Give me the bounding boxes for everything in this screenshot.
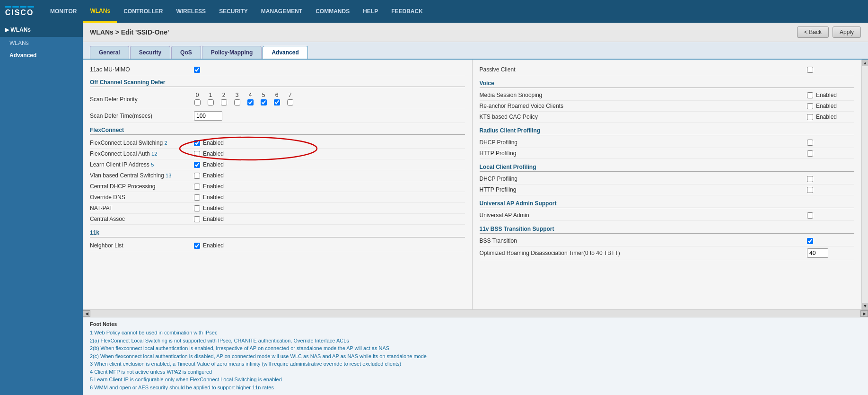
nav-management[interactable]: MANAGEMENT	[254, 0, 309, 23]
radius-http-checkbox[interactable]	[807, 150, 813, 157]
fc-local-switching-checkbox[interactable]	[194, 140, 200, 146]
nat-pat-checkbox[interactable]	[194, 205, 200, 211]
priority-checkboxes	[194, 99, 293, 107]
bss-transition-header: 11v BSS Transition Support	[480, 226, 855, 234]
tab-qos[interactable]: QoS	[171, 46, 201, 59]
reanchor-value: Enabled	[807, 103, 854, 109]
tab-security[interactable]: Security	[130, 46, 170, 59]
passive-client-checkbox[interactable]	[807, 67, 813, 73]
action-buttons: < Back Apply	[797, 26, 861, 38]
priority-chk-0[interactable]	[194, 99, 201, 105]
apply-button[interactable]: Apply	[833, 26, 861, 38]
vlan-central-label: Vlan based Central Switching 13	[90, 172, 194, 179]
radius-http-value	[807, 150, 854, 157]
footer-note-3: 3 When client exclusion is enabled, a Ti…	[90, 360, 861, 368]
footer: Foot Notes 1 Web Policy cannot be used i…	[83, 317, 868, 395]
priority-chk-4[interactable]	[247, 99, 254, 105]
local-profiling-header: Local Client Profiling	[480, 164, 855, 172]
override-dns-checkbox[interactable]	[194, 194, 200, 201]
learn-client-ip-footnote[interactable]: 5	[151, 162, 154, 167]
footer-note-4: 4 Client MFP is not active unless WPA2 i…	[90, 368, 861, 376]
tab-policy-mapping[interactable]: Policy-Mapping	[202, 46, 262, 59]
universal-ap-label: Universal AP Admin	[480, 212, 807, 219]
scan-defer-priority-label: Scan Defer Priority	[90, 96, 194, 103]
breadcrumb-row: WLANs > Edit 'SSID-One' < Back Apply	[83, 23, 868, 42]
footer-note-6: 6 WMM and open or AES security should be…	[90, 384, 861, 392]
tab-advanced[interactable]: Advanced	[263, 46, 307, 59]
nav-help[interactable]: HELP	[356, 0, 385, 23]
override-dns-row: Override DNS Enabled	[90, 192, 465, 203]
kts-cac-checkbox[interactable]	[807, 114, 813, 120]
sidebar-wlans-header[interactable]: ▶ WLANs	[0, 23, 83, 37]
tab-general[interactable]: General	[90, 46, 129, 59]
cisco-logo: CISCO	[5, 6, 34, 17]
scan-defer-time-input[interactable]	[194, 111, 222, 121]
local-dhcp-label: DHCP Profiling	[480, 176, 807, 182]
vlan-central-row: Vlan based Central Switching 13 Enabled	[90, 170, 465, 181]
fc-local-auth-footnote[interactable]: 12	[151, 151, 157, 157]
learn-client-ip-checkbox[interactable]	[194, 162, 200, 168]
nav-controller[interactable]: CONTROLLER	[117, 0, 169, 23]
back-button[interactable]: < Back	[797, 26, 829, 38]
nav-commands[interactable]: COMMANDS	[309, 0, 356, 23]
universal-ap-value	[807, 212, 854, 219]
horizontal-scrollbar[interactable]: ◀ ▶	[83, 309, 868, 317]
fc-local-auth-checkbox[interactable]	[194, 151, 200, 157]
kts-cac-value: Enabled	[807, 114, 854, 120]
central-dhcp-value: Enabled	[194, 183, 224, 190]
nav-security[interactable]: SECURITY	[212, 0, 254, 23]
nav-wireless[interactable]: WIRELESS	[169, 0, 212, 23]
radius-profiling-header: Radius Client Profiling	[480, 127, 855, 135]
learn-client-ip-value: Enabled	[194, 161, 224, 168]
nav-monitor[interactable]: MONITOR	[44, 0, 83, 23]
bss-transition-checkbox[interactable]	[807, 238, 813, 244]
sidebar-item-wlans[interactable]: WLANs	[0, 37, 83, 49]
nav-items: MONITOR WLANs CONTROLLER WIRELESS SECURI…	[44, 0, 430, 23]
fc-local-switching-value: Enabled	[194, 140, 224, 146]
central-assoc-label: Central Assoc	[90, 216, 194, 222]
neighbor-list-row: Neighbor List Enabled	[90, 240, 465, 251]
priority-chk-6[interactable]	[274, 99, 280, 105]
opt-roaming-input[interactable]	[807, 248, 828, 258]
sidebar-item-advanced[interactable]: Advanced	[0, 49, 83, 61]
passive-client-label: Passive Client	[480, 66, 807, 73]
kts-cac-row: KTS based CAC Policy Enabled	[480, 112, 855, 123]
sidebar: ▶ WLANs WLANs Advanced	[0, 23, 83, 395]
scroll-left-arrow[interactable]: ◀	[83, 310, 90, 317]
media-session-checkbox[interactable]	[807, 92, 813, 98]
media-session-row: Media Session Snooping Enabled	[480, 90, 855, 101]
priority-chk-7[interactable]	[287, 99, 293, 105]
mu-mimo-value	[194, 67, 200, 73]
reanchor-checkbox[interactable]	[807, 103, 813, 109]
local-dhcp-checkbox[interactable]	[807, 176, 813, 182]
priority-chk-1[interactable]	[208, 99, 214, 105]
mu-mimo-checkbox[interactable]	[194, 67, 200, 73]
priority-chk-5[interactable]	[261, 99, 267, 105]
nat-pat-label: NAT-PAT	[90, 205, 194, 211]
scroll-up-arrow[interactable]: ▲	[862, 60, 868, 66]
scroll-right-arrow[interactable]: ▶	[860, 310, 868, 317]
local-http-checkbox[interactable]	[807, 187, 813, 193]
priority-chk-3[interactable]	[234, 99, 240, 105]
nav-feedback[interactable]: FEEDBACK	[385, 0, 430, 23]
top-navigation: CISCO MONITOR WLANs CONTROLLER WIRELESS …	[0, 0, 868, 23]
content-area: 11ac MU-MIMO Off Channel Scanning Defer …	[83, 60, 868, 309]
fc-local-switching-footnote[interactable]: 2	[164, 140, 167, 146]
radius-dhcp-checkbox[interactable]	[807, 140, 813, 146]
universal-ap-checkbox[interactable]	[807, 212, 813, 219]
vlan-central-checkbox[interactable]	[194, 173, 200, 179]
nav-wlans[interactable]: WLANs	[83, 0, 117, 23]
bss-transition-value	[807, 238, 854, 244]
passive-client-value	[807, 67, 854, 73]
priority-chk-2[interactable]	[221, 99, 227, 105]
learn-client-ip-row: Learn Client IP Address 5 Enabled	[90, 159, 465, 170]
scroll-down-arrow[interactable]: ▼	[862, 303, 868, 309]
central-dhcp-checkbox[interactable]	[194, 184, 200, 190]
media-session-label: Media Session Snooping	[480, 92, 807, 98]
opt-roaming-row: Optimized Roaming Disassociation Timer(0…	[480, 246, 855, 260]
universal-ap-header: Universal AP Admin Support	[480, 200, 855, 208]
neighbor-list-checkbox[interactable]	[194, 243, 200, 249]
fc-local-auth-label: FlexConnect Local Auth 12	[90, 150, 194, 157]
vlan-central-footnote[interactable]: 13	[166, 173, 171, 178]
central-assoc-checkbox[interactable]	[194, 216, 200, 222]
